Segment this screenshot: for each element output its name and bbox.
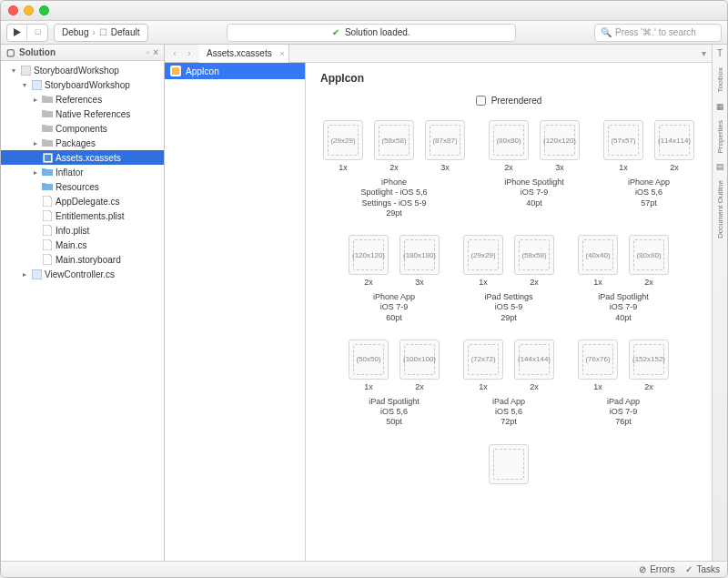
icon-slot[interactable]: (50x50)1x — [347, 340, 390, 391]
tree-item[interactable]: Main.storyboard — [1, 252, 164, 267]
icon-slot[interactable]: (58x58)2x — [372, 120, 416, 172]
window-minimize-icon[interactable] — [24, 5, 34, 15]
slot-scale: 3x — [538, 163, 581, 172]
tab-assets[interactable]: Assets.xcassets × — [199, 45, 289, 63]
tree-item[interactable]: Assets.xcassets — [1, 150, 164, 165]
properties-tab[interactable]: Properties — [716, 118, 724, 155]
errors-button[interactable]: ⊘ Errors — [639, 564, 674, 574]
image-well[interactable]: (29x29) — [323, 120, 363, 160]
slot-dimensions: (76x76) — [585, 355, 610, 363]
run-button[interactable] — [7, 25, 27, 41]
asset-editor[interactable]: AppIcon Prerendered (29x29)1x(58x58)2x(8… — [306, 63, 712, 561]
nav-forward-icon[interactable]: › — [183, 48, 196, 58]
tree-item-label: Resources — [56, 182, 99, 192]
config-label: Debug — [62, 27, 88, 37]
file-icon — [42, 137, 53, 148]
prerendered-checkbox[interactable]: Prerendered — [476, 96, 542, 106]
icon-slot[interactable]: (120x120)2x — [347, 235, 390, 287]
bottom-statusbar: ⊘ Errors ✓ Tasks — [1, 561, 727, 577]
icon-slot[interactable]: (29x29)1x — [461, 235, 505, 287]
tree-item[interactable]: ▾StoryboardWorkshop — [1, 63, 164, 77]
icon-slot[interactable]: (80x80)2x — [487, 120, 531, 172]
icon-slot[interactable] — [487, 444, 531, 487]
slot-scale: 3x — [398, 278, 441, 287]
image-well[interactable]: (57x57) — [603, 120, 643, 160]
panel-menu-icon[interactable]: ▫ — [147, 47, 150, 57]
icon-slot[interactable]: (100x100)2x — [398, 340, 441, 391]
icon-slot[interactable]: (72x72)1x — [461, 340, 505, 391]
icon-slot[interactable]: (57x57)1x — [602, 120, 645, 172]
icon-group: (72x72)1x(144x144)2xiPad AppiOS 5,672pt — [461, 340, 556, 428]
image-well[interactable] — [489, 444, 529, 484]
tree-item[interactable]: ▸References — [1, 92, 164, 106]
image-well[interactable]: (58x58) — [374, 120, 414, 160]
window-zoom-icon[interactable] — [39, 5, 49, 15]
icon-slot[interactable]: (114x114)2x — [652, 120, 696, 172]
tree-item[interactable]: Info.plist — [1, 223, 164, 238]
icon-slot[interactable]: (144x144)2x — [512, 340, 556, 391]
toolbox-tab[interactable]: Toolbox — [716, 66, 724, 95]
image-well[interactable]: (76x76) — [578, 340, 618, 380]
configuration-dropdown[interactable]: ☐ — [27, 25, 47, 41]
image-well[interactable]: (120x120) — [349, 235, 389, 275]
config-picker[interactable]: Debug › ☐ Default — [54, 24, 148, 42]
close-tab-icon[interactable]: × — [279, 49, 284, 58]
disclosure-icon[interactable]: ▸ — [31, 168, 39, 177]
outline-tab-icon[interactable]: ▤ — [716, 162, 724, 171]
asset-item-appicon[interactable]: AppIcon — [165, 63, 305, 79]
slot-dimensions: (120x120) — [543, 137, 576, 145]
tree-item[interactable]: Entitlements.plist — [1, 208, 164, 223]
tree-item[interactable]: Main.cs — [1, 238, 164, 252]
image-well[interactable]: (50x50) — [349, 340, 389, 380]
tree-item[interactable]: ▸Packages — [1, 136, 164, 150]
slot-scale: 1x — [602, 163, 645, 172]
nav-back-icon[interactable]: ‹ — [168, 48, 181, 58]
panel-close-icon[interactable]: × — [153, 47, 158, 57]
image-well[interactable]: (120x120) — [540, 120, 580, 160]
disclosure-icon[interactable]: ▸ — [31, 139, 39, 147]
window-close-icon[interactable] — [8, 5, 18, 15]
tab-overflow-icon[interactable]: ▾ — [696, 48, 712, 58]
image-well[interactable]: (40x40) — [578, 235, 618, 275]
tree-item[interactable]: ▾StoryboardWorkshop — [1, 77, 164, 92]
outline-tab[interactable]: Document Outline — [716, 178, 724, 240]
properties-tab-icon[interactable]: ▦ — [716, 102, 724, 111]
image-well[interactable]: (114x114) — [654, 120, 694, 160]
disclosure-icon[interactable]: ▾ — [20, 81, 28, 89]
image-well[interactable]: (152x152) — [629, 340, 669, 380]
tree-item[interactable]: Components — [1, 121, 164, 136]
global-search[interactable]: 🔍 Press '⌘.' to search — [594, 24, 722, 42]
file-icon — [42, 94, 53, 105]
toolbox-tab-icon[interactable]: T — [717, 48, 723, 58]
icon-slot[interactable]: (29x29)1x — [321, 120, 365, 172]
tree-item[interactable]: AppDelegate.cs — [1, 194, 164, 208]
icon-slot[interactable]: (76x76)1x — [576, 340, 620, 391]
disclosure-icon[interactable]: ▸ — [20, 270, 28, 279]
image-well[interactable]: (144x144) — [514, 340, 554, 380]
tree-item[interactable]: ▸Inflator — [1, 165, 164, 179]
image-well[interactable]: (58x58) — [514, 235, 554, 275]
icon-slot[interactable]: (120x120)3x — [538, 120, 581, 172]
tree-item[interactable]: Resources — [1, 179, 164, 194]
icon-slot[interactable]: (87x87)3x — [423, 120, 467, 172]
icon-slot[interactable]: (180x180)3x — [398, 235, 441, 287]
icon-slot[interactable]: (152x152)2x — [627, 340, 671, 391]
image-well[interactable]: (80x80) — [489, 120, 529, 160]
disclosure-icon[interactable]: ▸ — [31, 96, 39, 104]
icon-slot[interactable]: (58x58)2x — [512, 235, 556, 287]
tree-item[interactable]: ▸ViewController.cs — [1, 267, 164, 281]
solution-tree[interactable]: ▾StoryboardWorkshop▾StoryboardWorkshop▸R… — [1, 61, 164, 561]
tasks-button[interactable]: ✓ Tasks — [685, 564, 720, 574]
image-well[interactable]: (80x80) — [629, 235, 669, 275]
disclosure-icon[interactable]: ▾ — [9, 66, 17, 75]
image-well[interactable]: (72x72) — [463, 340, 503, 380]
image-well[interactable]: (87x87) — [425, 120, 465, 160]
image-well[interactable]: (29x29) — [463, 235, 503, 275]
tree-item[interactable]: Native References — [1, 106, 164, 121]
chevron-right-icon: › — [92, 27, 95, 37]
asset-catalog-list[interactable]: AppIcon — [165, 63, 306, 561]
image-well[interactable]: (100x100) — [399, 340, 440, 380]
icon-slot[interactable]: (40x40)1x — [576, 235, 620, 287]
image-well[interactable]: (180x180) — [399, 235, 440, 275]
icon-slot[interactable]: (80x80)2x — [627, 235, 671, 287]
